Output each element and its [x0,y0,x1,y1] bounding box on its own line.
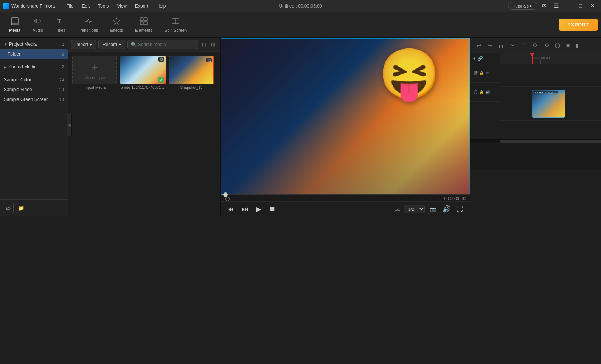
cut-button[interactable]: ✂ [508,40,517,51]
preview-panel: 😝 ❮ ❯ 00:00:00:00 [221,38,470,216]
menu-file[interactable]: File [62,2,77,10]
folder-button[interactable]: 📁 [16,203,26,213]
record-dropdown[interactable]: Record ▾ [98,40,125,49]
toolbar-media[interactable]: Media [3,15,26,35]
shared-media-row[interactable]: ▶ Shared Media 2 [0,62,68,72]
align-button[interactable]: ≡ [564,41,572,51]
add-link-button[interactable]: 🔗 [477,56,483,61]
flip-button[interactable]: ⟲ [542,40,551,51]
menu-tools[interactable]: Tools [94,2,112,10]
color-button[interactable]: ⬡ [553,40,562,51]
sample-video-row[interactable]: Sample Video 20 [0,85,68,94]
media-item-snapshot13[interactable]: 🖼 Snapshot_13 [169,56,214,90]
project-media-row[interactable]: ▼ Project Media 2 [0,39,68,49]
sample-green-screen-row[interactable]: Sample Green Screen 10 [0,94,68,104]
playhead[interactable] [532,53,533,64]
hamburger-button[interactable]: ☰ [551,2,562,9]
app-logo-icon [3,3,9,9]
audio-lock-icon[interactable]: 🔒 [479,90,484,94]
sample-green-screen-label: Sample Green Screen [4,97,49,102]
panel-section-project: ▼ Project Media 2 Folder 2 [0,38,68,60]
folder-count: 2 [62,52,64,56]
import-placeholder-thumb: + Click to import [72,56,117,84]
folder-row[interactable]: Folder 2 [0,49,68,59]
scrollbar-thumb[interactable] [500,140,601,143]
volume-button[interactable]: 🔊 [440,204,453,214]
search-icon: 🔍 [131,42,137,47]
new-folder-icon: 🗁 [6,205,11,211]
media-toolbar: Import ▾ Record ▾ 🔍 ⊟ [68,38,220,52]
project-media-count: 2 [62,42,64,46]
toolbar-audio[interactable]: Audio [26,15,49,35]
video-clip[interactable]: photo-15241... [532,90,565,118]
tutorials-button[interactable]: Tutorials ▸ [508,2,537,10]
preview-scrubber[interactable] [221,194,470,195]
horizontal-scrollbar[interactable] [470,139,601,143]
delete-button[interactable]: 🗑 [496,41,506,51]
sample-color-count: 24 [59,77,64,82]
media-item-photo1[interactable]: 🖼 ✓ photo-15241170746681-... [120,56,166,90]
import-media-item[interactable]: + Click to import Import Media [72,56,117,90]
menu-view[interactable]: View [113,2,130,10]
rewind-button[interactable]: ⏮ [225,204,236,214]
window-title: Untitled : 00:00:05:00 [279,3,322,9]
speed-button[interactable]: ⫿ [573,41,581,51]
step-back-button[interactable]: ⏭ [239,204,251,214]
toolbar-audio-label: Audio [33,28,43,33]
play-button[interactable]: ▶ [254,204,264,214]
minimize-button[interactable]: ─ [563,2,574,9]
toolbar-effects[interactable]: Effects [104,15,129,35]
menu-help[interactable]: Help [153,2,170,10]
export-button[interactable]: EXPORT [559,19,598,31]
toolbar-titles[interactable]: T Titles [49,15,72,35]
maximize-button[interactable]: □ [575,2,586,9]
stop-button[interactable]: ⏹ [267,204,278,214]
import-dropdown[interactable]: Import ▾ [71,40,96,49]
ruler-label-0: 00:00:00:00 [532,56,550,60]
sample-color-row[interactable]: Sample Color 24 [0,75,68,85]
menu-export[interactable]: Export [131,2,152,10]
photo1-thumb: 🖼 ✓ [120,56,166,84]
crop-button[interactable]: ⬚ [519,40,529,51]
toolbar-titles-label: Titles [56,28,65,33]
svg-rect-0 [11,18,18,23]
audio-track-label: 🎵 🔒 🔊 [470,83,500,102]
video-lock-icon[interactable]: 🔒 [479,71,484,75]
time-end-marker: ❯ [227,197,230,201]
photo-badge: 🖼 [158,57,164,62]
search-input[interactable] [138,42,195,47]
audio-mute-icon[interactable]: 🔊 [485,90,490,94]
menu-edit[interactable]: Edit [78,2,94,10]
ruler-mark-0: 00:00:00:00 [532,56,550,64]
panel-collapse-button[interactable]: ◀ [67,113,72,136]
redo-button[interactable]: ↪ [485,40,494,51]
filter-icon-button[interactable]: ⊟ [200,41,208,48]
new-folder-button[interactable]: 🗁 [3,203,14,213]
shared-media-label: Shared Media [8,64,37,70]
snapshot-button[interactable]: 📷 [428,204,438,214]
grid-view-button[interactable]: ⊞ [210,41,217,48]
video-eye-icon[interactable]: 👁 [485,71,489,75]
undo-button[interactable]: ↩ [474,40,483,51]
project-media-label: Project Media [9,42,37,47]
toolbar-elements[interactable]: Elements [129,15,158,35]
quality-select[interactable]: 1/2 1/4 Full [404,205,425,213]
preview-controls: ⏮ ⏭ ▶ ⏹ 1/2 1/2 1/4 Full 📷 🔊 ⛶ [221,201,470,216]
plus-icon: + [91,60,98,74]
timeline-area: ↩ ↪ 🗑 ✂ ⬚ ⟳ ⟲ ⬡ ≡ ⫿ ⚙ 🛡 🎙 ➕ ⬛ − [470,38,601,170]
timeline-tracks[interactable]: 00:00:00:00 00:00:10:00 00:00:20:00 [500,53,601,139]
fullscreen-button[interactable]: ⛶ [454,204,466,214]
time-start-marker: ❮ [224,197,227,201]
add-media-button[interactable]: + [473,56,476,61]
toolbar-split-screen[interactable]: Split Screen [158,15,193,35]
mail-button[interactable]: ✉ [539,2,550,9]
shared-media-count: 2 [62,65,64,69]
toolbar-transitions[interactable]: Transitions [72,15,104,35]
audio-icon [34,17,42,26]
rotate-button[interactable]: ⟳ [531,40,540,51]
close-button[interactable]: ✕ [587,2,598,9]
timeline-ruler: 00:00:00:00 00:00:10:00 00:00:20:00 [500,53,601,64]
svg-rect-4 [140,18,143,21]
scrubber-handle[interactable] [223,192,228,197]
media-grid: + Click to import Import Media 🖼 ✓ photo… [68,52,220,216]
